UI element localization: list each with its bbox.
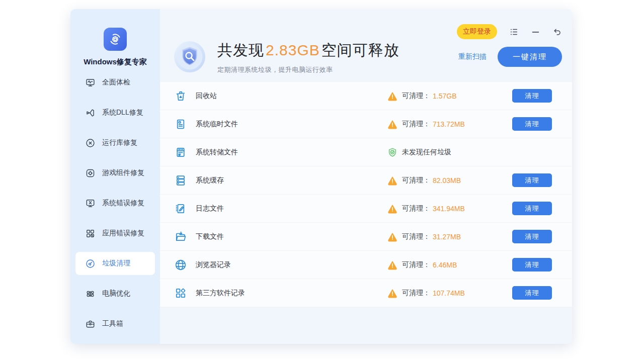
app-title: Windows修复专家 [70,57,160,67]
sidebar-item-label: 全面体检 [102,78,130,87]
row-name: 系统缓存 [196,176,387,185]
cleanable-label: 可清理： [402,120,430,129]
game-component-repair-icon [85,168,96,178]
cleanable-label: 可清理： [402,232,430,241]
sidebar-item-label: 工具箱 [102,319,123,328]
temp-file-icon [174,118,187,131]
cleanable-size: 1.57GB [433,92,456,100]
row-status: 可清理：1.57GB [387,91,456,101]
sidebar-item-label: 系统DLL修复 [102,108,143,117]
sidebar-item-label: 垃圾清理 [102,259,130,268]
undo-icon[interactable] [552,27,562,37]
cleanable-size: 341.94MB [433,205,465,213]
toolbox-icon [85,319,96,329]
clean-button[interactable]: 清理 [512,230,552,243]
warn-icon [387,260,397,270]
junk-clean-icon [85,258,96,269]
list-row-system-cache: 系统缓存可清理：82.03MB清理 [160,166,572,195]
row-name: 回收站 [196,92,387,101]
scan-subtitle: 定期清理系统垃圾，提升电脑运行效率 [217,65,399,74]
found-suffix: 空间可释放 [321,42,399,58]
row-status: 可清理：713.72MB [387,119,465,129]
row-status: 可清理：107.74MB [387,288,465,298]
main-panel: 立即登录 [160,9,572,344]
list-row-browser-history: 浏览器记录可清理：6.46MB清理 [160,251,572,279]
download-file-icon [174,230,187,243]
scan-result-title: 共发现2.83GB空间可释放 [217,40,399,61]
cleanable-label: 可清理： [402,176,430,185]
browser-history-icon [174,258,187,272]
warn-icon [387,175,397,186]
found-prefix: 共发现 [217,42,264,58]
row-name: 系统转储文件 [196,148,387,157]
ok-shield-icon [387,147,397,157]
checkup-icon [85,77,96,88]
third-party-icon [174,287,187,300]
row-status: 可清理：82.03MB [387,175,461,186]
clean-button[interactable]: 清理 [512,89,552,103]
warn-icon [387,232,397,242]
row-name: 系统临时文件 [196,120,387,129]
clean-button[interactable]: 清理 [512,202,552,215]
cleanable-size: 107.74MB [433,289,465,297]
clean-button[interactable]: 清理 [512,286,552,300]
sidebar-item-pc-optimize[interactable]: 电脑优化 [75,282,155,305]
sidebar-item-label: 应用错误修复 [102,229,144,238]
row-status: 可清理：31.27MB [387,232,461,242]
sidebar-item-checkup[interactable]: 全面体检 [75,71,155,94]
list-row-temp-files: 系统临时文件可清理：713.72MB清理 [160,110,572,138]
warn-icon [387,288,397,298]
system-error-repair-icon [85,198,96,209]
sidebar-item-label: 游戏组件修复 [102,168,144,177]
row-name: 第三方软件记录 [196,289,387,298]
found-size: 2.83GB [266,42,320,58]
recycle-bin-icon [174,89,187,103]
list-row-log-files: 日志文件可清理：341.94MB清理 [160,195,572,223]
row-status: 可清理：341.94MB [387,204,465,214]
clean-button[interactable]: 清理 [512,258,552,272]
sidebar-item-dll-repair[interactable]: 系统DLL修复 [75,101,155,124]
sidebar-item-label: 运行库修复 [102,138,137,147]
clean-button[interactable]: 清理 [512,117,552,131]
app-window: Windows修复专家 全面体检系统DLL修复运行库修复游戏组件修复系统错误修复… [70,9,572,344]
clean-button[interactable]: 清理 [512,173,552,187]
list-row-download-files: 下载文件可清理：31.27MB清理 [160,223,572,251]
sidebar-item-runtime-repair[interactable]: 运行库修复 [75,131,155,154]
dll-repair-icon [85,108,96,118]
warn-icon [387,119,397,129]
clean-all-button[interactable]: 一键清理 [498,47,562,67]
minimize-icon[interactable] [531,27,540,37]
row-status: 未发现任何垃圾 [387,147,451,157]
clean-status-label: 未发现任何垃圾 [402,148,451,157]
system-cache-icon [174,174,187,187]
cleanable-label: 可清理： [402,289,430,298]
warn-icon [387,91,397,101]
dump-file-icon [174,146,187,159]
app-error-repair-icon [85,228,96,239]
sidebar-item-app-error-repair[interactable]: 应用错误修复 [75,222,155,245]
rescan-link[interactable]: 重新扫描 [458,52,487,61]
junk-list: 回收站可清理：1.57GB清理系统临时文件可清理：713.72MB清理系统转储文… [160,82,572,307]
sidebar: Windows修复专家 全面体检系统DLL修复运行库修复游戏组件修复系统错误修复… [70,9,160,344]
sidebar-item-label: 电脑优化 [102,289,130,298]
log-file-icon [174,202,187,215]
list-row-third-party: 第三方软件记录可清理：107.74MB清理 [160,279,572,307]
login-button[interactable]: 立即登录 [457,24,497,39]
gear-swirl-icon [108,32,123,47]
row-status: 可清理：6.46MB [387,260,457,270]
pc-optimize-icon [85,289,96,299]
shield-scan-icon [173,40,206,73]
cleanable-label: 可清理： [402,204,430,213]
sidebar-item-toolbox[interactable]: 工具箱 [75,312,155,335]
list-row-dump-files: 系统转储文件未发现任何垃圾 [160,138,572,166]
sidebar-item-game-repair[interactable]: 游戏组件修复 [75,161,155,185]
list-icon[interactable] [509,27,519,37]
row-name: 下载文件 [196,232,387,241]
titlebar-controls: 立即登录 [457,24,562,39]
sidebar-item-junk-clean[interactable]: 垃圾清理 [75,252,155,275]
cleanable-size: 82.03MB [433,176,461,185]
cleanable-label: 可清理： [402,92,430,101]
cleanable-size: 713.72MB [433,120,465,128]
sidebar-item-system-error-repair[interactable]: 系统错误修复 [75,192,155,215]
warn-icon [387,204,397,214]
